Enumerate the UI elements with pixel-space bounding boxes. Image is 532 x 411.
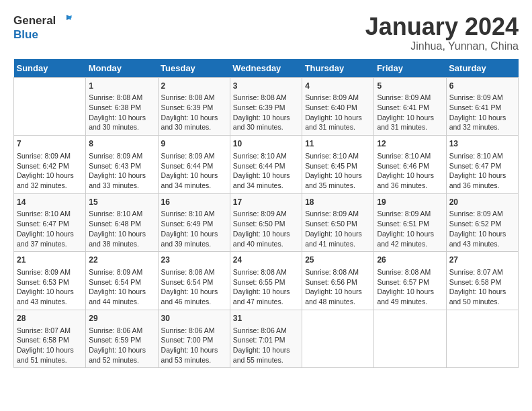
day-number: 21 bbox=[17, 255, 83, 266]
day-number: 13 bbox=[449, 138, 515, 150]
day-info: Sunrise: 8:08 AM Sunset: 6:56 PM Dayligh… bbox=[305, 267, 371, 307]
day-info: Sunrise: 8:09 AM Sunset: 6:54 PM Dayligh… bbox=[89, 267, 154, 307]
calendar-cell: 13Sunrise: 8:10 AM Sunset: 6:47 PM Dayli… bbox=[446, 136, 518, 194]
day-info: Sunrise: 8:09 AM Sunset: 6:52 PM Dayligh… bbox=[449, 209, 515, 248]
col-sunday: Sunday bbox=[14, 59, 86, 78]
calendar-cell: 25Sunrise: 8:08 AM Sunset: 6:56 PM Dayli… bbox=[302, 252, 374, 310]
day-info: Sunrise: 8:09 AM Sunset: 6:51 PM Dayligh… bbox=[377, 209, 443, 248]
day-number: 24 bbox=[233, 255, 299, 266]
header-row: Sunday Monday Tuesday Wednesday Thursday… bbox=[14, 59, 519, 78]
day-info: Sunrise: 8:10 AM Sunset: 6:49 PM Dayligh… bbox=[161, 209, 227, 248]
col-saturday: Saturday bbox=[446, 59, 518, 78]
calendar-cell: 14Sunrise: 8:10 AM Sunset: 6:47 PM Dayli… bbox=[14, 193, 86, 252]
day-info: Sunrise: 8:10 AM Sunset: 6:47 PM Dayligh… bbox=[449, 151, 515, 191]
calendar-cell: 29Sunrise: 8:06 AM Sunset: 6:59 PM Dayli… bbox=[86, 310, 158, 368]
day-info: Sunrise: 8:10 AM Sunset: 6:47 PM Dayligh… bbox=[17, 209, 83, 248]
day-info: Sunrise: 8:10 AM Sunset: 6:44 PM Dayligh… bbox=[233, 151, 299, 191]
col-thursday: Thursday bbox=[302, 59, 374, 78]
day-number: 17 bbox=[233, 197, 299, 208]
calendar-cell: 15Sunrise: 8:10 AM Sunset: 6:48 PM Dayli… bbox=[86, 193, 158, 252]
logo: General Blue bbox=[13, 13, 72, 42]
day-number: 11 bbox=[305, 138, 371, 150]
calendar-cell: 4Sunrise: 8:09 AM Sunset: 6:40 PM Daylig… bbox=[302, 77, 374, 136]
calendar-table: Sunday Monday Tuesday Wednesday Thursday… bbox=[13, 59, 519, 369]
day-number: 6 bbox=[449, 81, 515, 92]
calendar-subtitle: Jinhua, Yunnan, China bbox=[365, 40, 519, 52]
logo-blue: Blue bbox=[13, 28, 72, 42]
day-info: Sunrise: 8:10 AM Sunset: 6:45 PM Dayligh… bbox=[305, 151, 371, 191]
calendar-cell bbox=[446, 310, 518, 368]
calendar-week-4: 21Sunrise: 8:09 AM Sunset: 6:53 PM Dayli… bbox=[14, 252, 519, 310]
day-number: 5 bbox=[377, 81, 443, 92]
calendar-cell: 10Sunrise: 8:10 AM Sunset: 6:44 PM Dayli… bbox=[230, 136, 302, 194]
calendar-cell: 17Sunrise: 8:09 AM Sunset: 6:50 PM Dayli… bbox=[230, 193, 302, 252]
day-number: 2 bbox=[161, 81, 227, 92]
day-info: Sunrise: 8:09 AM Sunset: 6:40 PM Dayligh… bbox=[305, 93, 371, 132]
day-number: 26 bbox=[377, 255, 443, 266]
day-info: Sunrise: 8:09 AM Sunset: 6:50 PM Dayligh… bbox=[305, 209, 371, 248]
calendar-cell: 1Sunrise: 8:08 AM Sunset: 6:38 PM Daylig… bbox=[86, 77, 158, 136]
day-number: 10 bbox=[233, 138, 299, 150]
day-info: Sunrise: 8:09 AM Sunset: 6:44 PM Dayligh… bbox=[161, 151, 227, 191]
calendar-cell: 2Sunrise: 8:08 AM Sunset: 6:39 PM Daylig… bbox=[158, 77, 230, 136]
day-number: 18 bbox=[305, 197, 371, 208]
day-number: 16 bbox=[161, 197, 227, 208]
calendar-cell bbox=[14, 77, 86, 136]
logo-general: General bbox=[13, 14, 56, 28]
day-number: 12 bbox=[377, 138, 443, 150]
calendar-cell: 6Sunrise: 8:09 AM Sunset: 6:41 PM Daylig… bbox=[446, 77, 518, 136]
calendar-header: Sunday Monday Tuesday Wednesday Thursday… bbox=[14, 59, 519, 78]
calendar-cell bbox=[302, 310, 374, 368]
calendar-cell: 21Sunrise: 8:09 AM Sunset: 6:53 PM Dayli… bbox=[14, 252, 86, 310]
calendar-week-1: 1Sunrise: 8:08 AM Sunset: 6:38 PM Daylig… bbox=[14, 77, 519, 136]
day-number: 27 bbox=[449, 255, 515, 266]
day-number: 20 bbox=[449, 197, 515, 208]
page-header: General Blue January 2024 Jinhua, Yunnan… bbox=[13, 13, 519, 52]
day-number: 3 bbox=[233, 81, 299, 92]
calendar-body: 1Sunrise: 8:08 AM Sunset: 6:38 PM Daylig… bbox=[14, 77, 519, 368]
day-info: Sunrise: 8:06 AM Sunset: 7:00 PM Dayligh… bbox=[161, 326, 227, 365]
day-info: Sunrise: 8:08 AM Sunset: 6:55 PM Dayligh… bbox=[233, 267, 299, 307]
day-info: Sunrise: 8:09 AM Sunset: 6:53 PM Dayligh… bbox=[17, 267, 83, 307]
col-wednesday: Wednesday bbox=[230, 59, 302, 78]
calendar-cell: 31Sunrise: 8:06 AM Sunset: 7:01 PM Dayli… bbox=[230, 310, 302, 368]
calendar-cell: 5Sunrise: 8:09 AM Sunset: 6:41 PM Daylig… bbox=[374, 77, 446, 136]
logo-container: General Blue bbox=[13, 13, 72, 42]
day-info: Sunrise: 8:07 AM Sunset: 6:58 PM Dayligh… bbox=[17, 326, 83, 365]
calendar-cell: 28Sunrise: 8:07 AM Sunset: 6:58 PM Dayli… bbox=[14, 310, 86, 368]
day-info: Sunrise: 8:08 AM Sunset: 6:57 PM Dayligh… bbox=[377, 267, 443, 307]
day-number: 9 bbox=[161, 138, 227, 150]
calendar-cell: 7Sunrise: 8:09 AM Sunset: 6:42 PM Daylig… bbox=[14, 136, 86, 194]
day-info: Sunrise: 8:08 AM Sunset: 6:39 PM Dayligh… bbox=[161, 93, 227, 132]
day-info: Sunrise: 8:08 AM Sunset: 6:54 PM Dayligh… bbox=[161, 267, 227, 307]
day-number: 19 bbox=[377, 197, 443, 208]
day-number: 1 bbox=[89, 81, 154, 92]
calendar-cell: 12Sunrise: 8:10 AM Sunset: 6:46 PM Dayli… bbox=[374, 136, 446, 194]
day-number: 30 bbox=[161, 313, 227, 324]
calendar-cell: 30Sunrise: 8:06 AM Sunset: 7:00 PM Dayli… bbox=[158, 310, 230, 368]
calendar-cell: 24Sunrise: 8:08 AM Sunset: 6:55 PM Dayli… bbox=[230, 252, 302, 310]
day-info: Sunrise: 8:10 AM Sunset: 6:46 PM Dayligh… bbox=[377, 151, 443, 191]
calendar-cell: 23Sunrise: 8:08 AM Sunset: 6:54 PM Dayli… bbox=[158, 252, 230, 310]
day-number: 25 bbox=[305, 255, 371, 266]
calendar-cell: 11Sunrise: 8:10 AM Sunset: 6:45 PM Dayli… bbox=[302, 136, 374, 194]
day-number: 29 bbox=[89, 313, 154, 324]
day-info: Sunrise: 8:08 AM Sunset: 6:39 PM Dayligh… bbox=[233, 93, 299, 132]
calendar-week-3: 14Sunrise: 8:10 AM Sunset: 6:47 PM Dayli… bbox=[14, 193, 519, 252]
calendar-cell: 9Sunrise: 8:09 AM Sunset: 6:44 PM Daylig… bbox=[158, 136, 230, 194]
calendar-cell: 19Sunrise: 8:09 AM Sunset: 6:51 PM Dayli… bbox=[374, 193, 446, 252]
day-info: Sunrise: 8:06 AM Sunset: 7:01 PM Dayligh… bbox=[233, 326, 299, 365]
day-info: Sunrise: 8:07 AM Sunset: 6:58 PM Dayligh… bbox=[449, 267, 515, 307]
day-number: 4 bbox=[305, 81, 371, 92]
day-number: 31 bbox=[233, 313, 299, 324]
logo-bird-icon bbox=[57, 13, 72, 28]
col-monday: Monday bbox=[86, 59, 158, 78]
day-number: 23 bbox=[161, 255, 227, 266]
day-info: Sunrise: 8:09 AM Sunset: 6:43 PM Dayligh… bbox=[89, 151, 154, 191]
day-number: 7 bbox=[17, 138, 83, 150]
calendar-cell bbox=[374, 310, 446, 368]
col-friday: Friday bbox=[374, 59, 446, 78]
day-number: 15 bbox=[89, 197, 154, 208]
day-number: 8 bbox=[89, 138, 154, 150]
calendar-week-2: 7Sunrise: 8:09 AM Sunset: 6:42 PM Daylig… bbox=[14, 136, 519, 194]
